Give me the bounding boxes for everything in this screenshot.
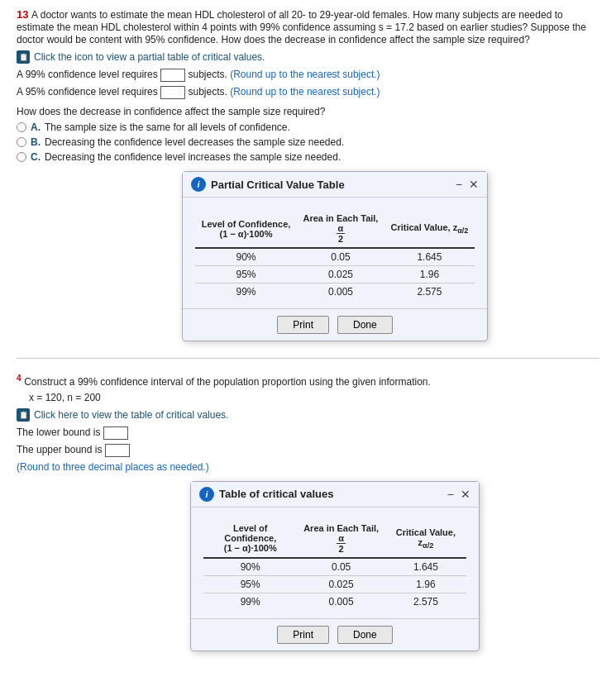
q4-icon-link[interactable]: 📋 Click here to view the table of critic… — [17, 408, 599, 422]
q13-95-unit: subjects. — [188, 86, 227, 98]
crit-cell: 1.96 — [385, 575, 466, 593]
q4-round-note: (Round to three decimal places as needed… — [17, 461, 599, 473]
q4-crit-table: Level of Confidence,(1 − α)·100% Area in… — [203, 520, 466, 610]
q13-modal-footer: Print Done — [183, 308, 487, 341]
q13-option-a[interactable]: A. The sample size is the same for all l… — [17, 122, 599, 133]
q4-modal-title: Table of critical values — [219, 488, 333, 500]
q4-modal: i Table of critical values − ✕ Level of … — [190, 481, 480, 651]
q13-modal-body: Level of Confidence,(1 − α)·100% Area in… — [183, 198, 487, 308]
area-cell: 0.05 — [297, 248, 384, 266]
q4-modal-area: i Table of critical values − ✕ Level of … — [17, 481, 599, 651]
q13-how-label: How does the decrease in confidence affe… — [17, 106, 599, 117]
q13-option-b[interactable]: B. Decreasing the confidence level decre… — [17, 136, 599, 148]
q13-modal-area: i Partial Critical Value Table − ✕ Level… — [17, 171, 599, 341]
q4-col1-header: Level of Confidence,(1 − α)·100% — [203, 520, 297, 558]
crit-cell: 2.575 — [385, 593, 466, 610]
q13-option-c-text: Decreasing the confidence level increase… — [45, 151, 341, 163]
table-row: 90%0.051.645 — [195, 248, 475, 266]
q13-95-row: A 95% confidence level requires subjects… — [17, 86, 599, 99]
area-cell: 0.05 — [297, 558, 384, 576]
q4-superscript: 4 — [17, 374, 21, 383]
q13-95-note: (Round up to the nearest subject.) — [230, 86, 380, 98]
q13-99-note: (Round up to the nearest subject.) — [230, 69, 380, 80]
area-cell: 0.005 — [297, 593, 384, 610]
table-row: 99%0.0052.575 — [195, 284, 475, 301]
q13-icon-link-text: Click the icon to view a partial table o… — [34, 51, 265, 63]
crit-cell: 1.645 — [384, 248, 475, 266]
q13-col2-header: Area in Each Tail, α 2 — [297, 210, 384, 248]
conf-cell: 99% — [195, 284, 297, 301]
table-row: 95%0.0251.96 — [203, 575, 466, 593]
q13-crit-table: Level of Confidence,(1 − α)·100% Area in… — [195, 210, 475, 300]
table-row: 90%0.051.645 — [203, 558, 466, 576]
q13-95-label: A 95% confidence level requires — [17, 86, 158, 98]
q13-col3-header: Critical Value, zα/2 — [384, 210, 475, 248]
q4-print-btn[interactable]: Print — [277, 626, 329, 644]
conf-cell: 95% — [195, 266, 297, 284]
q13-print-btn[interactable]: Print — [277, 316, 329, 334]
q4-col2-header: Area in Each Tail, α 2 — [297, 520, 384, 558]
conf-cell: 90% — [195, 248, 297, 266]
q4-lower-row: The lower bound is — [17, 427, 599, 440]
q4-upper-label: The upper bound is — [17, 444, 102, 455]
q13-99-unit: subjects. — [188, 69, 227, 80]
q4-modal-minimize[interactable]: − — [447, 488, 454, 501]
conf-cell: 90% — [203, 558, 297, 576]
q13-radio-c[interactable] — [17, 152, 26, 162]
book-icon: 📋 — [17, 50, 30, 64]
q4-modal-footer: Print Done — [191, 618, 479, 650]
q13-modal-minimize[interactable]: − — [456, 178, 462, 191]
crit-cell: 2.575 — [384, 284, 475, 301]
q13-radio-b[interactable] — [17, 137, 26, 147]
crit-cell: 1.96 — [384, 266, 475, 284]
q13-99-input[interactable] — [160, 69, 185, 82]
q4-text: Construct a 99% confidence interval of t… — [24, 377, 431, 388]
q13-option-c[interactable]: C. Decreasing the confidence level incre… — [17, 151, 599, 163]
info-icon: i — [191, 177, 206, 192]
q4-lower-input[interactable] — [103, 427, 128, 440]
q4-upper-row: The upper bound is — [17, 444, 599, 457]
q13-95-input[interactable] — [160, 86, 185, 99]
question-4: 4 Construct a 99% confidence interval of… — [17, 374, 599, 651]
q13-col1-header: Level of Confidence,(1 − α)·100% — [195, 210, 297, 248]
question-13: 13 A doctor wants to estimate the mean H… — [17, 8, 599, 359]
area-cell: 0.025 — [297, 575, 384, 593]
q13-number: 13 — [17, 8, 28, 21]
alpha-frac: α 2 — [337, 223, 346, 244]
area-cell: 0.025 — [297, 266, 384, 284]
q4-col3-header: Critical Value, zα/2 — [385, 520, 466, 558]
q4-book-icon: 📋 — [17, 408, 30, 422]
q13-modal: i Partial Critical Value Table − ✕ Level… — [182, 171, 488, 341]
q4-info-icon: i — [199, 487, 214, 502]
q13-99-label: A 99% confidence level requires — [17, 69, 158, 80]
q4-upper-input[interactable] — [105, 444, 130, 457]
area-cell: 0.005 — [297, 284, 384, 301]
q4-xn: x = 120, n = 200 — [29, 392, 599, 403]
q4-modal-close[interactable]: ✕ — [461, 488, 470, 501]
q13-modal-title: Partial Critical Value Table — [211, 179, 345, 191]
q4-done-btn[interactable]: Done — [337, 626, 393, 644]
q4-alpha-frac: α 2 — [337, 533, 346, 554]
q13-done-btn[interactable]: Done — [337, 316, 393, 334]
q4-modal-titlebar: i Table of critical values − ✕ — [191, 482, 479, 508]
q4-icon-link-text: Click here to view the table of critical… — [34, 409, 228, 421]
table-row: 95%0.0251.96 — [195, 266, 475, 284]
crit-cell: 1.645 — [385, 558, 466, 576]
conf-cell: 95% — [203, 575, 297, 593]
q13-icon-link[interactable]: 📋 Click the icon to view a partial table… — [17, 50, 599, 64]
q4-lower-label: The lower bound is — [17, 427, 100, 438]
q13-modal-close[interactable]: ✕ — [469, 178, 479, 191]
q13-modal-titlebar: i Partial Critical Value Table − ✕ — [183, 172, 487, 198]
q13-99-row: A 99% confidence level requires subjects… — [17, 69, 599, 82]
q4-modal-body: Level of Confidence,(1 − α)·100% Area in… — [191, 508, 479, 618]
q13-text: A doctor wants to estimate the mean HDL … — [17, 9, 586, 45]
table-row: 99%0.0052.575 — [203, 593, 466, 610]
q13-option-a-text: The sample size is the same for all leve… — [45, 122, 290, 133]
conf-cell: 99% — [203, 593, 297, 610]
q13-option-b-text: Decreasing the confidence level decrease… — [45, 136, 344, 148]
q13-radio-a[interactable] — [17, 122, 26, 132]
